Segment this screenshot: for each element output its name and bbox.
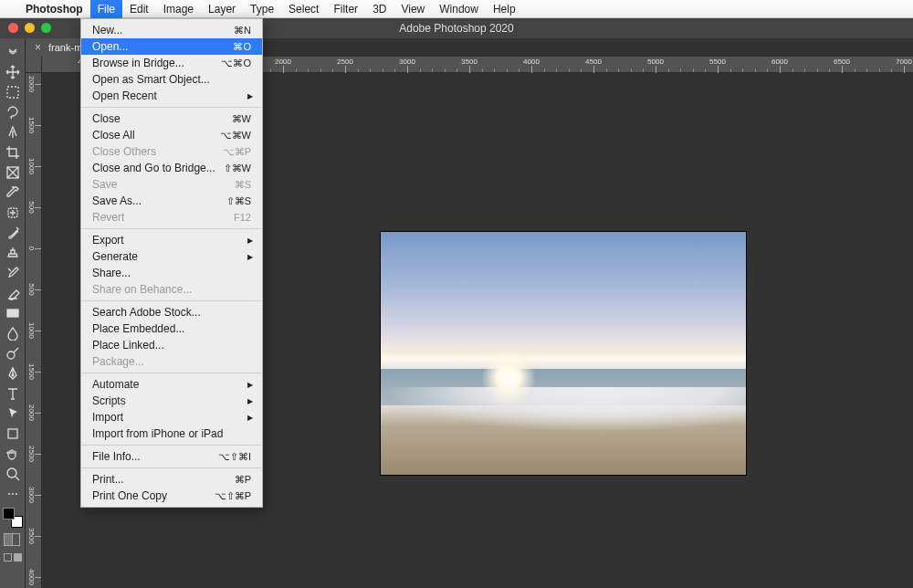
eraser-tool[interactable] [2, 283, 24, 303]
menu-item-label: Generate [92, 250, 138, 263]
zoom-window-button[interactable] [41, 23, 51, 33]
screen-mode-button[interactable] [4, 553, 22, 562]
clone-stamp-tool[interactable] [2, 243, 24, 263]
quick-mask-toggle[interactable] [4, 533, 22, 548]
menu-3d[interactable]: 3D [365, 0, 394, 18]
menu-item-search-adobe-stock[interactable]: Search Adobe Stock... [81, 304, 262, 320]
shape-tool[interactable] [2, 424, 24, 444]
vertical-ruler[interactable]: 2000150010005000500100015002000250030003… [26, 57, 42, 588]
menu-item-place-linked[interactable]: Place Linked... [81, 337, 262, 353]
menu-item-label: Open Recent [92, 89, 157, 102]
healing-brush-tool[interactable] [2, 203, 24, 223]
edit-toolbar-button[interactable] [2, 484, 24, 504]
menu-item-close[interactable]: Close⌘W [81, 110, 262, 127]
menu-item-browse-in-bridge[interactable]: Browse in Bridge...⌥⌘O [81, 55, 262, 71]
marquee-tool[interactable] [2, 82, 24, 102]
menu-item-open-as-smart-object[interactable]: Open as Smart Object... [81, 71, 262, 88]
menu-item-label: Share... [92, 267, 131, 279]
frame-tool[interactable] [2, 163, 24, 183]
menu-item-shortcut: ⌘N [234, 25, 251, 37]
history-brush-tool[interactable] [2, 263, 24, 283]
color-swatch[interactable] [3, 508, 23, 528]
menu-item-label: Open as Smart Object... [92, 73, 210, 86]
menu-item-label: Close All [92, 129, 135, 142]
collapse-handle[interactable] [2, 42, 24, 62]
path-select-tool[interactable] [2, 404, 24, 424]
quick-select-tool[interactable] [2, 122, 24, 142]
blur-tool[interactable] [2, 323, 24, 343]
menu-image[interactable]: Image [156, 0, 201, 18]
menu-item-import[interactable]: Import [81, 409, 262, 425]
menu-item-new[interactable]: New...⌘N [81, 22, 262, 38]
svg-point-8 [7, 468, 16, 478]
menu-layer[interactable]: Layer [201, 0, 243, 18]
type-tool[interactable] [2, 383, 24, 404]
eyedropper-tool[interactable] [2, 183, 24, 203]
menu-separator [81, 107, 262, 108]
menu-item-open[interactable]: Open...⌘O [81, 38, 262, 55]
menu-item-import-from-iphone-or-ipad[interactable]: Import from iPhone or iPad [81, 425, 262, 442]
menu-item-label: Package... [92, 355, 144, 368]
menu-item-close-all[interactable]: Close All⌥⌘W [81, 127, 262, 143]
menu-filter[interactable]: Filter [326, 0, 365, 18]
svg-point-10 [12, 493, 14, 495]
menu-item-file-info[interactable]: File Info...⌥⇧⌘I [81, 448, 262, 465]
menu-item-label: Import [92, 411, 123, 424]
ruler-origin[interactable] [26, 57, 42, 73]
minimize-window-button[interactable] [25, 23, 35, 33]
svg-point-11 [16, 493, 17, 495]
svg-point-9 [8, 493, 10, 495]
close-icon[interactable]: × [35, 41, 41, 54]
app-menu[interactable]: Photoshop [18, 0, 90, 18]
menu-view[interactable]: View [394, 0, 432, 18]
tools-panel [0, 38, 26, 588]
menu-item-shortcut: ⇧⌘S [226, 195, 251, 207]
gradient-tool[interactable] [2, 303, 24, 323]
menu-item-package: Package... [81, 353, 262, 370]
menu-window[interactable]: Window [432, 0, 486, 18]
crop-tool[interactable] [2, 142, 24, 163]
menu-edit[interactable]: Edit [122, 0, 156, 18]
menu-item-label: Scripts [92, 394, 126, 407]
menu-item-automate[interactable]: Automate [81, 376, 262, 393]
menu-item-print-one-copy[interactable]: Print One Copy⌥⇧⌘P [81, 488, 262, 504]
svg-point-5 [7, 352, 15, 359]
menu-item-label: Print One Copy [92, 489, 167, 502]
pen-tool[interactable] [2, 363, 24, 383]
foreground-color[interactable] [3, 508, 15, 520]
window-title: Adobe Photoshop 2020 [399, 22, 513, 35]
menu-item-label: Print... [92, 473, 124, 486]
menu-item-label: Browse in Bridge... [92, 57, 184, 69]
hand-tool[interactable] [2, 444, 24, 464]
menu-item-open-recent[interactable]: Open Recent [81, 88, 262, 104]
menu-item-shortcut: ⌥⌘P [223, 146, 251, 158]
menu-select[interactable]: Select [281, 0, 326, 18]
lasso-tool[interactable] [2, 102, 24, 122]
menu-item-generate[interactable]: Generate [81, 248, 262, 265]
document-canvas[interactable] [381, 232, 746, 475]
menu-item-label: Automate [92, 378, 139, 391]
menu-type[interactable]: Type [243, 0, 281, 18]
menu-help[interactable]: Help [486, 0, 523, 18]
menu-item-scripts[interactable]: Scripts [81, 393, 262, 409]
close-window-button[interactable] [8, 23, 18, 33]
menu-item-place-embedded[interactable]: Place Embedded... [81, 320, 262, 337]
traffic-lights [8, 23, 51, 33]
menu-item-print[interactable]: Print...⌘P [81, 471, 262, 488]
move-tool[interactable] [2, 62, 24, 82]
menu-item-label: Import from iPhone or iPad [92, 427, 223, 440]
menu-item-label: Close Others [92, 145, 156, 158]
menu-item-export[interactable]: Export [81, 232, 262, 248]
zoom-tool[interactable] [2, 464, 24, 484]
dodge-tool[interactable] [2, 343, 24, 363]
brush-tool[interactable] [2, 223, 24, 243]
menu-item-shortcut: F12 [234, 212, 251, 223]
svg-rect-0 [7, 87, 18, 98]
menu-item-label: Close [92, 112, 121, 125]
menu-item-label: File Info... [92, 450, 141, 463]
menu-item-share[interactable]: Share... [81, 265, 262, 281]
menu-item-close-and-go-to-bridge[interactable]: Close and Go to Bridge...⇧⌘W [81, 160, 262, 176]
menu-file[interactable]: File [90, 0, 122, 18]
menu-item-save-as[interactable]: Save As...⇧⌘S [81, 193, 262, 209]
menu-item-label: Close and Go to Bridge... [92, 162, 215, 174]
